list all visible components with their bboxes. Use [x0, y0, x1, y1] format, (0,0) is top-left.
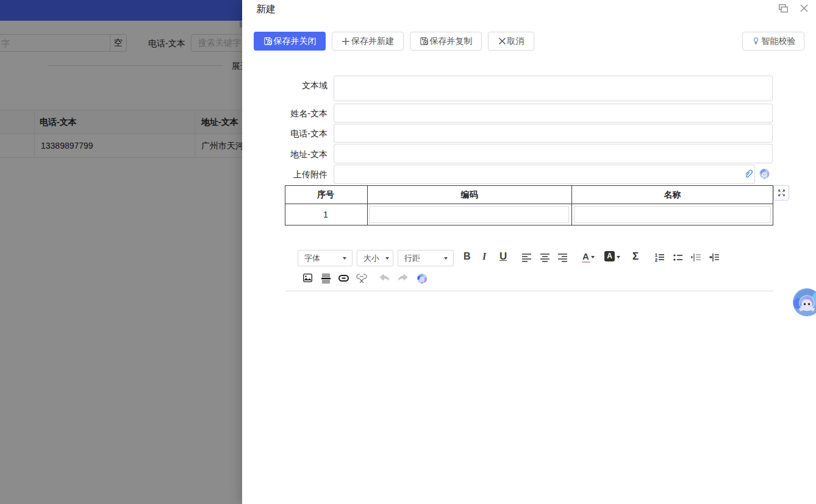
svg-text:2: 2: [655, 258, 657, 262]
svg-text:1: 1: [655, 253, 657, 257]
